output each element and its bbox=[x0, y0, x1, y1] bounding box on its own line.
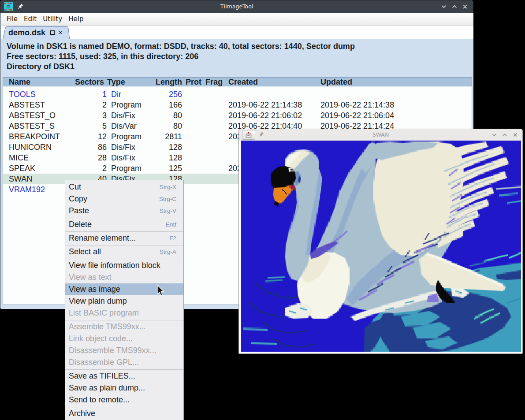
cell-sectors: 3 bbox=[69, 110, 107, 121]
menu-item-label: View file information block bbox=[69, 261, 160, 270]
swan-window-title: SWAN bbox=[239, 129, 522, 141]
table-header: NameSectorsTypeLengthProtFragCreatedUpda… bbox=[3, 78, 472, 87]
cell-name: ABSTEST_O bbox=[9, 110, 56, 121]
tab-strip bbox=[1, 26, 473, 39]
column-header-created[interactable]: Created bbox=[228, 78, 258, 87]
menu-item-select-all[interactable]: Select allStrg-A bbox=[65, 246, 183, 258]
menu-item-paste[interactable]: PasteStrg-V bbox=[65, 205, 183, 217]
cell-sectors: 28 bbox=[69, 152, 107, 163]
column-header-type[interactable]: Type bbox=[107, 78, 125, 87]
file-row-abstest[interactable]: ABSTEST2Program1662019-06-22 21:14:38201… bbox=[3, 100, 472, 110]
menu-edit[interactable]: Edit bbox=[21, 13, 40, 25]
main-titlebar[interactable]: TIImageTool bbox=[0, 0, 473, 13]
tab-demo-dsk[interactable]: demo.dsk ✕ bbox=[3, 26, 71, 39]
cell-name: BREAKPOINT bbox=[9, 131, 60, 142]
file-row-tools[interactable]: TOOLS1Dir256 bbox=[3, 89, 472, 100]
menu-item-label: Select all bbox=[69, 247, 101, 256]
menu-item-label: Copy bbox=[69, 194, 87, 203]
cell-length: 125 bbox=[146, 163, 182, 174]
menu-item-label: View as text bbox=[69, 273, 112, 282]
menu-item-label: View as image bbox=[69, 285, 120, 294]
cell-name: TOOLS bbox=[9, 89, 36, 100]
column-header-updated[interactable]: Updated bbox=[320, 78, 352, 87]
cell-length: 80 bbox=[146, 121, 182, 131]
cell-type: Program bbox=[111, 163, 141, 174]
cell-name: MICE bbox=[9, 152, 29, 163]
column-header-length[interactable]: Length bbox=[146, 78, 182, 87]
tab-close-icon[interactable]: ✕ bbox=[58, 26, 63, 39]
swan-minimize-button[interactable] bbox=[489, 130, 499, 140]
swan-titlebar[interactable]: SWAN bbox=[239, 129, 522, 141]
menu-item-label: Save as TIFILES... bbox=[69, 372, 135, 380]
tab-detach-icon[interactable] bbox=[50, 30, 55, 35]
cell-name: SPEAK bbox=[9, 163, 35, 174]
menu-help[interactable]: Help bbox=[65, 13, 86, 25]
cell-name: VRAM192 bbox=[9, 184, 45, 195]
minimize-button[interactable] bbox=[439, 1, 449, 12]
menu-item-list-basic-program: List BASIC program bbox=[65, 307, 183, 319]
cell-length: 128 bbox=[146, 152, 182, 163]
menu-item-rename-element[interactable]: Rename element...F2 bbox=[65, 232, 183, 244]
cell-length: 80 bbox=[146, 110, 182, 121]
swan-close-button[interactable] bbox=[510, 130, 521, 140]
menu-utility[interactable]: Utility bbox=[40, 13, 65, 25]
menu-separator bbox=[65, 407, 183, 407]
cell-sectors: 12 bbox=[69, 131, 107, 142]
column-header-prot[interactable]: Prot bbox=[186, 78, 201, 87]
swan-maximize-button[interactable] bbox=[499, 130, 510, 140]
menubar: FileEditUtilityHelp bbox=[1, 13, 473, 26]
cell-length: 128 bbox=[146, 142, 182, 152]
close-button[interactable] bbox=[460, 1, 470, 12]
swan-window: SWAN bbox=[238, 129, 523, 354]
menu-item-assemble-tms99xx: Assemble TMS99xx... bbox=[65, 321, 183, 333]
menu-item-label: Send to remote... bbox=[69, 395, 130, 404]
menu-item-label: List BASIC program bbox=[69, 308, 139, 317]
menu-item-shortcut: Entf bbox=[166, 219, 176, 230]
column-header-sectors[interactable]: Sectors bbox=[69, 78, 104, 87]
cell-type: Dir bbox=[111, 89, 121, 100]
menu-item-delete[interactable]: DeleteEntf bbox=[65, 219, 183, 230]
cell-length: 2811 bbox=[146, 131, 182, 142]
cell-name: ABSTEST_S bbox=[9, 121, 55, 131]
menu-item-label: Archive bbox=[69, 409, 95, 418]
menu-item-label: Link object code... bbox=[69, 334, 133, 343]
menu-item-label: Assemble TMS99xx... bbox=[69, 322, 146, 331]
menu-item-label: Cut bbox=[69, 182, 81, 191]
cell-name: SWAN bbox=[9, 174, 32, 184]
cell-length: 256 bbox=[146, 89, 182, 100]
cell-sectors: 2 bbox=[69, 100, 107, 110]
menu-item-copy[interactable]: CopyStrg-C bbox=[65, 193, 183, 205]
mouse-cursor bbox=[157, 285, 166, 298]
tab-label: demo.dsk bbox=[8, 26, 45, 39]
menu-item-save-as-plain-dump[interactable]: Save as plain dump... bbox=[65, 382, 183, 394]
menu-item-label: View plain dump bbox=[69, 297, 127, 305]
menu-item-send-to-remote[interactable]: Send to remote... bbox=[65, 394, 183, 406]
menu-item-cut[interactable]: CutStrg-X bbox=[65, 181, 183, 193]
maximize-button[interactable] bbox=[449, 1, 460, 12]
volume-info-line-2: Free sectors: 1115, used: 325, in this d… bbox=[7, 52, 355, 62]
volume-info: Volume in DSK1 is named DEMO, format: DS… bbox=[7, 41, 355, 72]
volume-info-line-1: Volume in DSK1 is named DEMO, format: DS… bbox=[7, 41, 355, 52]
main-window-title: TIImageTool bbox=[0, 0, 473, 13]
menu-item-disassemble-tms99xx: Disassemble TMS99xx... bbox=[65, 345, 183, 357]
cell-name: HUNICORN bbox=[9, 142, 52, 152]
menu-item-archive[interactable]: Archive bbox=[65, 408, 183, 420]
menu-item-label: Disassemble TMS99xx... bbox=[69, 346, 156, 355]
volume-info-line-3: Directory of DSK1 bbox=[7, 62, 355, 72]
menu-item-save-as-tifiles[interactable]: Save as TIFILES... bbox=[65, 370, 183, 382]
column-header-name[interactable]: Name bbox=[9, 78, 30, 87]
cell-sectors: 86 bbox=[69, 142, 107, 152]
menu-item-shortcut: Strg-V bbox=[160, 205, 176, 217]
menu-file[interactable]: File bbox=[4, 13, 21, 25]
cell-type: Dis/Fix bbox=[111, 152, 135, 163]
menu-item-shortcut: F2 bbox=[169, 232, 176, 244]
menu-item-view-file-information-block[interactable]: View file information block bbox=[65, 260, 183, 271]
column-header-frag[interactable]: Frag bbox=[205, 78, 223, 87]
swan-image bbox=[241, 141, 521, 352]
menu-item-label: Save as plain dump... bbox=[69, 383, 145, 392]
cell-length: 166 bbox=[146, 100, 182, 110]
cell-type: Program bbox=[111, 131, 141, 142]
menu-separator bbox=[65, 320, 183, 320]
desktop: TIImageTool FileEditUtilityHelp demo.dsk bbox=[0, 0, 525, 420]
file-row-abstest_o[interactable]: ABSTEST_O3Dis/Fix802019-06-22 21:06:0220… bbox=[3, 110, 472, 121]
